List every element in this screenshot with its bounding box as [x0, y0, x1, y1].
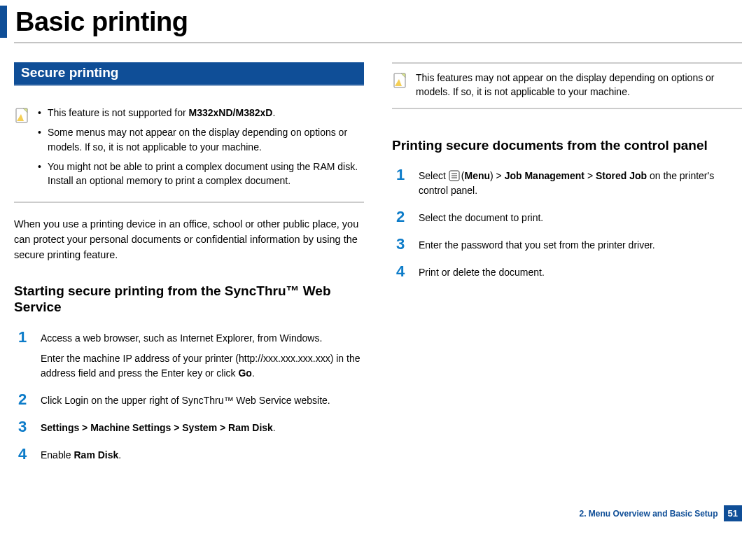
- note-content-right: This features may not appear on the disp…: [416, 71, 742, 99]
- note-bullet: Some menus may not appear on the display…: [38, 125, 364, 154]
- step-number: 2: [18, 392, 29, 407]
- note-bullet: This feature is not supported for M332xN…: [38, 106, 364, 120]
- subheading-syncthru: Starting secure printing from the SyncTh…: [14, 283, 364, 316]
- note-content-left: This feature is not supported for M332xN…: [38, 106, 364, 193]
- step-body: Enter the password that you set from the…: [419, 237, 742, 253]
- right-column: This features may not appear on the disp…: [392, 62, 742, 474]
- subheading-control-panel: Printing secure documents from the contr…: [392, 137, 742, 154]
- step-body: Print or delete the document.: [419, 264, 742, 280]
- title-accent-bar: [0, 6, 7, 38]
- step-body: Settings > Machine Settings > System > R…: [41, 419, 364, 435]
- page-footer: 2. Menu Overview and Basic Setup 51: [579, 505, 742, 521]
- step-number: 4: [18, 447, 29, 462]
- step: 3Settings > Machine Settings > System > …: [18, 419, 364, 435]
- footer-chapter: 2. Menu Overview and Basic Setup: [579, 509, 718, 519]
- note-text-right: This features may not appear on the disp…: [416, 72, 715, 97]
- step-body: Select the document to print.: [419, 209, 742, 225]
- step-body: Select (Menu) > Job Management > Stored …: [419, 167, 742, 198]
- steps-right: 1Select (Menu) > Job Management > Stored…: [392, 167, 742, 280]
- step-number: 2: [396, 209, 407, 225]
- step-number: 1: [18, 330, 29, 345]
- step-body: Access a web browser, such as Internet E…: [41, 330, 364, 381]
- body-text: When you use a printing device in an off…: [14, 217, 364, 262]
- step: 1Access a web browser, such as Internet …: [18, 330, 364, 381]
- note-bullet: You might not be able to print a complex…: [38, 160, 364, 188]
- page-title-row: Basic printing: [0, 0, 756, 38]
- step: 3Enter the password that you set from th…: [396, 237, 742, 253]
- footer-page-number: 51: [724, 505, 742, 521]
- content-columns: Secure printing This feature is not supp…: [0, 44, 756, 474]
- step: 4Print or delete the document.: [396, 264, 742, 280]
- note-icon: [14, 107, 31, 124]
- step: 4Enable Ram Disk.: [18, 447, 364, 463]
- section-header-secure-printing: Secure printing: [14, 62, 364, 86]
- note-icon: [392, 72, 409, 89]
- left-column: Secure printing This feature is not supp…: [14, 62, 364, 474]
- step-body: Click Login on the upper right of SyncTh…: [41, 392, 364, 408]
- step: 1Select (Menu) > Job Management > Stored…: [396, 167, 742, 198]
- step-number: 4: [396, 264, 407, 279]
- step: 2Select the document to print.: [396, 209, 742, 225]
- step-body: Enable Ram Disk.: [41, 447, 364, 463]
- step-number: 1: [396, 167, 407, 183]
- menu-icon: [449, 170, 460, 181]
- steps-left: 1Access a web browser, such as Internet …: [14, 330, 364, 463]
- note-box-right: This features may not appear on the disp…: [392, 62, 742, 109]
- page-title: Basic printing: [15, 7, 188, 37]
- step-number: 3: [396, 237, 407, 252]
- step: 2Click Login on the upper right of SyncT…: [18, 392, 364, 408]
- note-box-left: This feature is not supported for M332xN…: [14, 101, 364, 203]
- step-number: 3: [18, 419, 29, 435]
